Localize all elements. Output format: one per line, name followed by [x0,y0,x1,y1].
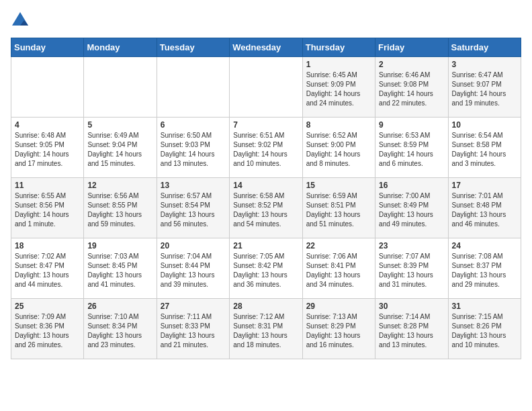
calendar-cell: 26Sunrise: 7:10 AM Sunset: 8:34 PM Dayli… [84,299,157,359]
day-number: 3 [452,60,517,69]
cell-content: Sunrise: 7:14 AM Sunset: 8:28 PM Dayligh… [379,312,444,350]
day-number: 7 [233,120,298,130]
cell-content: Sunrise: 7:05 AM Sunset: 8:42 PM Dayligh… [233,252,298,289]
calendar-cell: 11Sunrise: 6:55 AM Sunset: 8:56 PM Dayli… [11,178,84,238]
generalblue-logo-icon [11,11,30,30]
calendar-cell: 13Sunrise: 6:57 AM Sunset: 8:54 PM Dayli… [157,178,229,238]
cell-content: Sunrise: 6:54 AM Sunset: 8:58 PM Dayligh… [452,131,517,169]
day-number: 17 [452,181,517,190]
calendar-cell: 14Sunrise: 6:58 AM Sunset: 8:52 PM Dayli… [230,178,302,238]
cell-content: Sunrise: 7:11 AM Sunset: 8:33 PM Dayligh… [161,312,226,350]
cell-content: Sunrise: 6:46 AM Sunset: 9:08 PM Dayligh… [379,71,444,108]
calendar-week-row: 1Sunrise: 6:45 AM Sunset: 9:09 PM Daylig… [11,57,521,118]
day-number: 13 [161,181,226,190]
cell-content: Sunrise: 7:15 AM Sunset: 8:26 PM Dayligh… [452,312,517,350]
day-number: 31 [452,302,517,311]
calendar-cell: 2Sunrise: 6:46 AM Sunset: 9:08 PM Daylig… [375,57,448,118]
day-number: 14 [233,181,298,190]
cell-content: Sunrise: 7:02 AM Sunset: 8:47 PM Dayligh… [15,252,80,289]
cell-content: Sunrise: 6:57 AM Sunset: 8:54 PM Dayligh… [161,191,226,229]
calendar-cell: 21Sunrise: 7:05 AM Sunset: 8:42 PM Dayli… [230,238,302,299]
calendar-cell: 25Sunrise: 7:09 AM Sunset: 8:36 PM Dayli… [11,299,84,359]
cell-content: Sunrise: 6:47 AM Sunset: 9:07 PM Dayligh… [452,71,517,108]
column-header-thursday: Thursday [302,38,375,57]
day-number: 26 [87,302,152,311]
day-number: 21 [233,241,298,250]
calendar-cell: 20Sunrise: 7:04 AM Sunset: 8:44 PM Dayli… [157,238,229,299]
calendar-cell: 22Sunrise: 7:06 AM Sunset: 8:41 PM Dayli… [302,238,375,299]
calendar-week-row: 25Sunrise: 7:09 AM Sunset: 8:36 PM Dayli… [11,299,521,359]
cell-content: Sunrise: 6:55 AM Sunset: 8:56 PM Dayligh… [15,191,80,229]
calendar-cell: 18Sunrise: 7:02 AM Sunset: 8:47 PM Dayli… [11,238,84,299]
calendar-cell: 30Sunrise: 7:14 AM Sunset: 8:28 PM Dayli… [375,299,448,359]
calendar-cell: 15Sunrise: 6:59 AM Sunset: 8:51 PM Dayli… [302,178,375,238]
cell-content: Sunrise: 6:58 AM Sunset: 8:52 PM Dayligh… [233,191,298,229]
calendar-week-row: 18Sunrise: 7:02 AM Sunset: 8:47 PM Dayli… [11,238,521,299]
calendar-cell: 31Sunrise: 7:15 AM Sunset: 8:26 PM Dayli… [448,299,521,359]
cell-content: Sunrise: 7:01 AM Sunset: 8:48 PM Dayligh… [452,191,517,229]
column-header-friday: Friday [375,38,448,57]
calendar-cell: 6Sunrise: 6:50 AM Sunset: 9:03 PM Daylig… [157,118,229,178]
calendar-cell: 10Sunrise: 6:54 AM Sunset: 8:58 PM Dayli… [448,118,521,178]
calendar-cell: 24Sunrise: 7:08 AM Sunset: 8:37 PM Dayli… [448,238,521,299]
calendar-cell: 5Sunrise: 6:49 AM Sunset: 9:04 PM Daylig… [84,118,157,178]
calendar-cell: 27Sunrise: 7:11 AM Sunset: 8:33 PM Dayli… [157,299,229,359]
day-number: 5 [87,120,152,130]
day-number: 16 [379,181,444,190]
calendar-cell: 9Sunrise: 6:53 AM Sunset: 8:59 PM Daylig… [375,118,448,178]
cell-content: Sunrise: 7:06 AM Sunset: 8:41 PM Dayligh… [306,252,371,289]
cell-content: Sunrise: 7:00 AM Sunset: 8:49 PM Dayligh… [379,191,444,229]
day-number: 9 [379,120,444,130]
day-number: 27 [161,302,226,311]
day-number: 29 [306,302,371,311]
calendar-header-row: SundayMondayTuesdayWednesdayThursdayFrid… [11,38,521,57]
calendar-week-row: 4Sunrise: 6:48 AM Sunset: 9:05 PM Daylig… [11,118,521,178]
cell-content: Sunrise: 6:59 AM Sunset: 8:51 PM Dayligh… [306,191,371,229]
cell-content: Sunrise: 6:53 AM Sunset: 8:59 PM Dayligh… [379,131,444,169]
cell-content: Sunrise: 7:03 AM Sunset: 8:45 PM Dayligh… [87,252,152,289]
day-number: 10 [452,120,517,130]
cell-content: Sunrise: 7:04 AM Sunset: 8:44 PM Dayligh… [161,252,226,289]
day-number: 23 [379,241,444,250]
cell-content: Sunrise: 6:50 AM Sunset: 9:03 PM Dayligh… [161,131,226,169]
day-number: 30 [379,302,444,311]
day-number: 15 [306,181,371,190]
page-header [11,11,521,30]
calendar-cell: 4Sunrise: 6:48 AM Sunset: 9:05 PM Daylig… [11,118,84,178]
column-header-saturday: Saturday [448,38,521,57]
day-number: 1 [306,60,371,69]
cell-content: Sunrise: 6:49 AM Sunset: 9:04 PM Dayligh… [87,131,152,169]
day-number: 20 [161,241,226,250]
day-number: 25 [15,302,80,311]
day-number: 8 [306,120,371,130]
calendar-cell: 12Sunrise: 6:56 AM Sunset: 8:55 PM Dayli… [84,178,157,238]
calendar-cell: 1Sunrise: 6:45 AM Sunset: 9:09 PM Daylig… [302,57,375,118]
calendar-cell: 3Sunrise: 6:47 AM Sunset: 9:07 PM Daylig… [448,57,521,118]
calendar-cell: 23Sunrise: 7:07 AM Sunset: 8:39 PM Dayli… [375,238,448,299]
logo [11,11,32,30]
calendar-table: SundayMondayTuesdayWednesdayThursdayFrid… [11,38,521,359]
column-header-wednesday: Wednesday [230,38,302,57]
calendar-cell [84,57,157,118]
calendar-cell [230,57,302,118]
cell-content: Sunrise: 7:10 AM Sunset: 8:34 PM Dayligh… [87,312,152,350]
calendar-cell: 7Sunrise: 6:51 AM Sunset: 9:02 PM Daylig… [230,118,302,178]
cell-content: Sunrise: 7:12 AM Sunset: 8:31 PM Dayligh… [233,312,298,350]
calendar-cell [157,57,229,118]
cell-content: Sunrise: 7:09 AM Sunset: 8:36 PM Dayligh… [15,312,80,350]
column-header-sunday: Sunday [11,38,84,57]
cell-content: Sunrise: 6:56 AM Sunset: 8:55 PM Dayligh… [87,191,152,229]
day-number: 4 [15,120,80,130]
cell-content: Sunrise: 6:48 AM Sunset: 9:05 PM Dayligh… [15,131,80,169]
calendar-cell: 16Sunrise: 7:00 AM Sunset: 8:49 PM Dayli… [375,178,448,238]
day-number: 2 [379,60,444,69]
column-header-monday: Monday [84,38,157,57]
cell-content: Sunrise: 7:07 AM Sunset: 8:39 PM Dayligh… [379,252,444,289]
day-number: 24 [452,241,517,250]
cell-content: Sunrise: 6:45 AM Sunset: 9:09 PM Dayligh… [306,71,371,108]
calendar-cell [11,57,84,118]
day-number: 28 [233,302,298,311]
calendar-cell: 19Sunrise: 7:03 AM Sunset: 8:45 PM Dayli… [84,238,157,299]
calendar-cell: 28Sunrise: 7:12 AM Sunset: 8:31 PM Dayli… [230,299,302,359]
cell-content: Sunrise: 7:13 AM Sunset: 8:29 PM Dayligh… [306,312,371,350]
